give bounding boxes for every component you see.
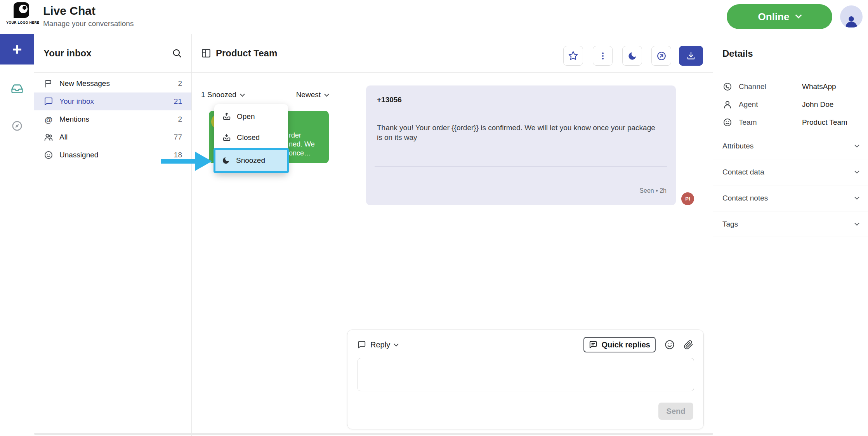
menu-item-label: Snoozed — [236, 156, 265, 165]
detail-label: Agent — [739, 100, 802, 109]
conversation-preview: rder ned. We once… — [289, 131, 315, 158]
chevron-down-icon — [854, 195, 859, 200]
sidebar-item-label: Unassigned — [59, 151, 98, 159]
logo-caption: YOUR LOGO HERE — [6, 21, 36, 24]
count-badge: 18 — [174, 151, 182, 159]
menu-item-open[interactable]: Open — [214, 106, 288, 127]
message-sender: +13056 — [377, 96, 402, 104]
detail-label: Channel — [739, 82, 802, 91]
plus-icon: + — [12, 41, 22, 58]
detail-value: John Doe — [802, 100, 833, 109]
message-bubble: +13056 Thank you! Your order {{order}} i… — [366, 85, 676, 205]
status-filter-label: 1 Snoozed — [201, 91, 236, 99]
mention-icon: @ — [43, 115, 54, 124]
reply-textarea[interactable] — [358, 358, 694, 391]
users-icon — [43, 133, 54, 142]
sidebar-item-all[interactable]: All 77 — [34, 128, 191, 146]
new-conversation-button[interactable]: + — [0, 34, 34, 65]
section-contact-notes[interactable]: Contact notes — [713, 185, 868, 211]
count-badge: 21 — [174, 97, 182, 106]
rail-inbox-button[interactable] — [11, 82, 23, 95]
chevron-down-icon — [854, 221, 859, 226]
smiley-icon — [664, 339, 675, 350]
sort-dropdown[interactable]: Newest — [296, 91, 328, 99]
send-button[interactable]: Send — [658, 403, 693, 420]
detail-row-agent: Agent John Doe — [713, 96, 868, 113]
section-label: Tags — [722, 220, 738, 228]
page-subtitle: Manage your conversations — [43, 19, 134, 28]
section-contact-data[interactable]: Contact data — [713, 159, 868, 185]
inbox-panel-title: Your inbox — [43, 48, 92, 59]
tray-closed-icon — [222, 133, 231, 142]
emoji-button[interactable] — [664, 339, 675, 350]
reply-bubble-icon — [358, 340, 366, 349]
more-options-button[interactable] — [593, 46, 613, 66]
sidebar-item-label: Mentions — [59, 115, 89, 124]
chevron-down-icon — [795, 12, 802, 19]
message-divider — [375, 166, 667, 167]
sidebar-item-mentions[interactable]: @ Mentions 2 — [34, 110, 191, 128]
menu-item-label: Closed — [237, 133, 260, 142]
inbox-search-button[interactable] — [172, 48, 182, 58]
person-icon — [722, 100, 733, 109]
count-badge: 2 — [178, 115, 182, 124]
quick-replies-button[interactable]: Quick replies — [583, 337, 656, 352]
conversations-panel: Product Team 1 Snoozed Newest rder ned. … — [192, 34, 338, 436]
chat-bubble-icon — [43, 97, 54, 106]
arrow-up-right-circle-icon — [656, 51, 667, 61]
section-attributes[interactable]: Attributes — [713, 133, 868, 159]
moon-icon — [627, 51, 637, 61]
whatsapp-icon — [722, 82, 733, 91]
sidebar-item-label: All — [59, 133, 68, 141]
snooze-button[interactable] — [622, 46, 642, 66]
logo: YOUR LOGO HERE — [6, 2, 36, 24]
transfer-button[interactable] — [651, 46, 671, 66]
tray-open-icon — [222, 112, 231, 121]
kebab-menu-icon — [598, 51, 608, 61]
count-badge: 77 — [174, 133, 182, 141]
paperclip-icon — [684, 340, 693, 350]
chat-panel: +13056 Thank you! Your order {{order}} i… — [338, 34, 713, 436]
section-label: Attributes — [722, 142, 753, 150]
sidebar-item-unassigned[interactable]: Unassigned 18 — [34, 146, 191, 164]
sidebar-item-label: New Messages — [59, 79, 110, 88]
compass-icon — [11, 120, 23, 132]
page-title: Live Chat — [43, 4, 134, 17]
horizontal-scrollbar[interactable] — [34, 433, 713, 435]
user-avatar[interactable] — [840, 5, 863, 28]
rail-explore-button[interactable] — [11, 120, 23, 132]
detail-row-channel: Channel WhatsApp — [713, 78, 868, 96]
menu-item-closed[interactable]: Closed — [214, 127, 288, 148]
detail-label: Team — [739, 118, 802, 127]
quick-replies-icon — [589, 340, 597, 349]
section-tags[interactable]: Tags — [713, 211, 868, 237]
star-button[interactable] — [563, 46, 583, 66]
star-icon — [568, 51, 578, 61]
resolve-button[interactable] — [679, 46, 703, 66]
reply-mode-label: Reply — [370, 340, 390, 349]
sidebar-item-new-messages[interactable]: New Messages 2 — [34, 75, 191, 92]
chevron-down-icon — [854, 143, 859, 148]
inbox-panel: Your inbox New Messages 2 Your inbox 21 … — [34, 34, 192, 436]
online-status-label: Online — [758, 11, 790, 23]
menu-item-snoozed[interactable]: Snoozed — [214, 148, 289, 173]
detail-value: WhatsApp — [802, 82, 836, 91]
section-label: Contact data — [722, 168, 764, 176]
reply-mode-selector[interactable]: Reply — [358, 340, 398, 349]
app-header: YOUR LOGO HERE Live Chat Manage your con… — [0, 0, 868, 34]
online-status-button[interactable]: Online — [727, 4, 832, 29]
preview-line: ned. We — [289, 140, 315, 149]
moon-icon — [222, 156, 230, 165]
sidebar-item-label: Your inbox — [59, 97, 94, 106]
status-filter-dropdown[interactable]: 1 Snoozed — [201, 91, 244, 99]
details-panel: Details Channel WhatsApp Agent John Doe … — [713, 34, 868, 436]
person-icon — [844, 14, 859, 28]
inbox-icon — [11, 82, 23, 95]
board-icon — [201, 48, 211, 58]
sidebar-item-your-inbox[interactable]: Your inbox 21 — [34, 92, 191, 110]
reply-composer: Reply Quick replies Send — [347, 330, 704, 429]
team-icon — [722, 118, 733, 127]
flag-icon — [43, 79, 54, 88]
chevron-down-icon — [854, 169, 859, 174]
attachment-button[interactable] — [684, 340, 693, 350]
